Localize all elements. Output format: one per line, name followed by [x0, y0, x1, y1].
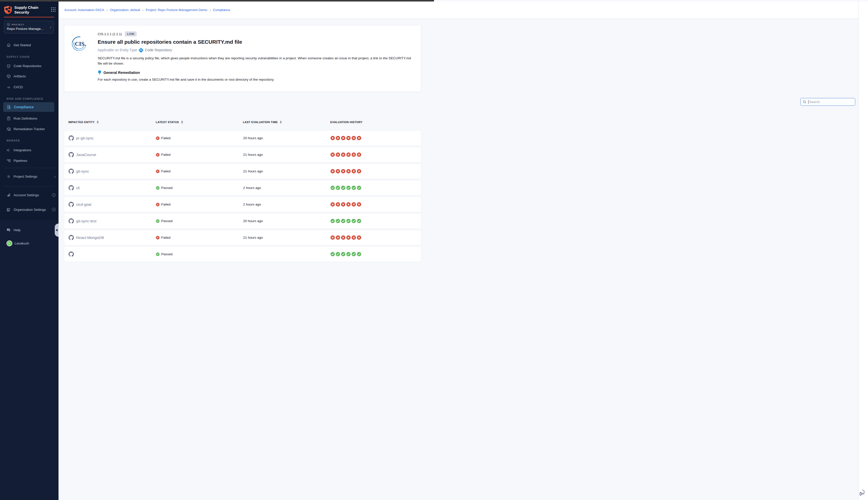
sort-icon[interactable] [280, 121, 282, 124]
sidebar-item-account-settings[interactable]: Account Settings i [0, 192, 59, 198]
passed-icon [156, 186, 160, 190]
info-icon[interactable]: i [52, 208, 56, 211]
failed-icon [351, 169, 356, 173]
entity-name[interactable]: pr-git-sync [76, 136, 94, 140]
github-icon [69, 135, 74, 141]
passed-icon [331, 186, 335, 190]
section-label-supply-chain: SUPPLY CHAIN [7, 55, 30, 58]
breadcrumb-compliance[interactable]: Compliance [213, 8, 230, 12]
status-label: Failed [161, 169, 171, 173]
failed-icon [346, 152, 351, 157]
failed-icon [331, 136, 335, 140]
table-row[interactable]: Passed [64, 247, 421, 250]
divider [4, 186, 54, 186]
github-icon [69, 218, 74, 224]
sidebar-item-integrations[interactable]: Integrations [0, 147, 59, 153]
table-row[interactable]: cicd-goat Failed 2 hours ago [64, 197, 421, 212]
module-grid-icon[interactable] [51, 7, 56, 12]
entity-name[interactable]: React-MongoDB [76, 236, 104, 240]
passed-icon [357, 186, 361, 190]
chevron-right-icon: › [54, 174, 56, 179]
home-icon [7, 43, 11, 47]
failed-icon [336, 202, 340, 206]
breadcrumb-account[interactable]: Account: Automation-SSCA [64, 8, 104, 12]
user-menu[interactable]: L Lavakush [0, 240, 59, 247]
sidebar-item-rule-definitions[interactable]: Rule Definitions [0, 115, 59, 122]
table-row[interactable]: JavaCourse Failed 21 hours ago [64, 147, 421, 162]
failed-icon [336, 169, 340, 173]
entity-name[interactable]: git-sync-test [76, 219, 96, 223]
table-body: pr-git-sync Failed 20 hours ago JavaCour… [64, 130, 421, 250]
failed-icon [346, 202, 351, 206]
sidebar-item-get-started[interactable]: Get Started [0, 42, 59, 48]
sidebar-item-pipelines[interactable]: Pipelines [0, 157, 59, 164]
failed-icon [351, 202, 356, 206]
evaluation-history [331, 186, 421, 190]
entity-name[interactable]: cicd-goat [76, 202, 91, 206]
impacted-entity-cell: git-sync-test [69, 218, 156, 224]
column-label: EVALUATION HISTORY [330, 121, 362, 124]
project-selector[interactable]: PROJECT Repo Posture Manage... › [4, 21, 54, 33]
impacted-entity-cell: cli [69, 185, 156, 191]
github-icon [69, 169, 74, 174]
column-header[interactable]: LAST EVALUATION TIME [243, 121, 330, 124]
info-icon[interactable]: i [52, 193, 56, 197]
status-label: Failed [161, 236, 171, 239]
sidebar: Supply Chain Security PROJECT Repo Postu… [0, 1, 59, 250]
lightbulb-icon [98, 70, 102, 75]
sidebar-item-code-repositories[interactable]: Code Repositories [0, 62, 59, 69]
entity-name[interactable]: cli [76, 186, 80, 190]
failed-icon [346, 169, 351, 173]
last-evaluation-time: 2 hours ago [243, 203, 331, 206]
breadcrumb-organization[interactable]: Organization: default [110, 8, 140, 12]
sidebar-item-remediation-tracker[interactable]: Remediation Tracker [0, 126, 59, 132]
failed-icon [341, 169, 345, 173]
entity-name[interactable]: JavaCourse [76, 152, 96, 157]
sidebar-item-compliance[interactable]: Compliance [3, 102, 54, 112]
sidebar-item-cicd[interactable]: ∞ CI/CD [0, 84, 59, 90]
sidebar-collapse-handle[interactable] [55, 224, 59, 237]
column-header[interactable]: EVALUATION HISTORY [330, 121, 421, 124]
sidebar-item-organization-settings[interactable]: Organization Settings i [0, 206, 59, 213]
sidebar-item-help[interactable]: ? Help [0, 227, 59, 233]
table-row[interactable]: pr-git-sync Failed 20 hours ago [64, 130, 421, 146]
failed-icon [331, 236, 335, 240]
artifact-box-icon [7, 74, 11, 78]
table-row[interactable]: git-sync-test Passed 20 hours ago [64, 213, 421, 229]
entity-name[interactable]: git-sync [76, 169, 89, 173]
evaluation-history [331, 136, 421, 140]
breadcrumb-project[interactable]: Project: Repo Posture Management Demo [146, 8, 207, 12]
cis-logo: CIS. [72, 36, 88, 53]
evaluation-history [331, 219, 421, 223]
chevron-right-icon: › [50, 25, 51, 29]
latest-status-cell: Failed [156, 236, 243, 239]
status-icon [156, 136, 160, 140]
status-icon [156, 170, 160, 173]
last-evaluation-time: 20 hours ago [243, 136, 331, 140]
avatar: L [7, 240, 12, 246]
column-header[interactable]: IMPACTED ENTITY [68, 121, 156, 124]
latest-status-cell: Failed [156, 169, 243, 173]
failed-icon [351, 152, 356, 157]
table-row[interactable]: cli Passed 2 hours ago [64, 180, 421, 195]
breadcrumb-separator: › [106, 8, 108, 12]
sort-icon[interactable] [97, 121, 99, 124]
failed-icon [341, 136, 345, 140]
failed-icon [346, 236, 351, 240]
sidebar-item-project-settings[interactable]: Project Settings › [0, 173, 59, 180]
failed-icon [341, 236, 345, 240]
failed-icon [331, 152, 335, 157]
remediation-text: For each repository in use, create a SEC… [98, 78, 414, 81]
sidebar-item-artifacts[interactable]: Artifacts [0, 73, 59, 79]
table-row[interactable]: React-MongoDB Failed 21 hours ago [64, 230, 421, 245]
failed-icon [351, 152, 356, 157]
failed-icon [346, 236, 351, 240]
passed-icon [341, 186, 345, 190]
severity-badge: LOW [125, 31, 137, 36]
rule-detail-card: CIS. CIS-1.2.1 (1.2.1) LOW Ensure all pu… [64, 25, 421, 92]
table-row[interactable]: git-sync Failed 21 hours ago [64, 163, 421, 179]
failed-icon [341, 152, 345, 157]
passed-icon [346, 186, 351, 190]
sort-icon[interactable] [181, 121, 183, 124]
column-header[interactable]: LATEST STATUS [156, 121, 243, 124]
